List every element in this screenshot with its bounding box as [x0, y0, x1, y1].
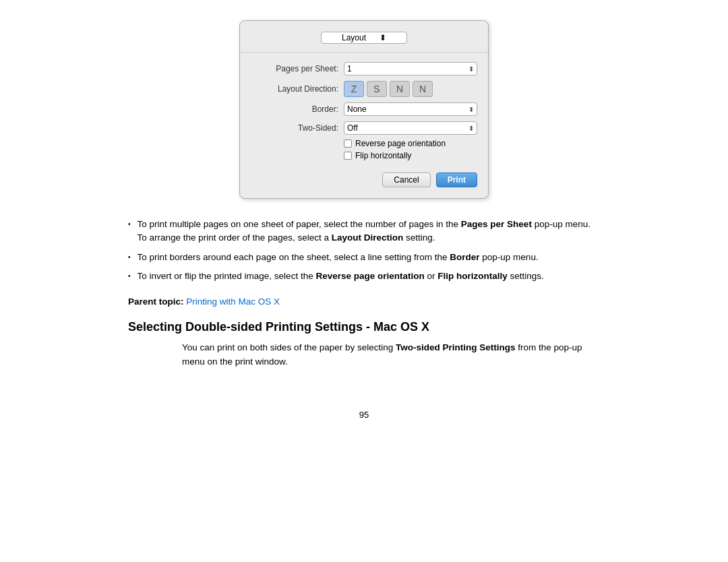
pages-per-sheet-arrow: ⬍: [468, 65, 474, 73]
pages-per-sheet-row: Pages per Sheet: 1 ⬍: [240, 59, 488, 78]
bullet-dot-2: •: [128, 252, 131, 262]
bullet-item-1: • To print multiple pages on one sheet o…: [128, 218, 600, 245]
section-body: You can print on both sides of the paper…: [128, 341, 600, 369]
bullet-text-3: To invert or flip the printed image, sel…: [138, 270, 600, 283]
bullet-dot-3: •: [128, 271, 131, 281]
print-dialog-wrapper: Layout ⬍ Pages per Sheet: 1 ⬍ Layout Dir…: [128, 20, 600, 199]
border-arrow: ⬍: [468, 106, 474, 113]
page-container: Layout ⬍ Pages per Sheet: 1 ⬍ Layout Dir…: [101, 0, 627, 447]
section-title: Selecting Double-sided Printing Settings…: [128, 320, 600, 334]
parent-topic: Parent topic: Printing with Mac OS X: [128, 296, 600, 307]
border-value: None: [347, 104, 468, 114]
cancel-button[interactable]: Cancel: [382, 173, 430, 187]
two-sided-row: Two-Sided: Off ⬍: [240, 119, 488, 137]
flip-horizontally-row: Flip horizontally: [240, 150, 488, 162]
border-row: Border: None ⬍: [240, 100, 488, 119]
dialog-buttons: Cancel Print: [240, 166, 488, 190]
divider: [240, 52, 488, 53]
print-dialog: Layout ⬍ Pages per Sheet: 1 ⬍ Layout Dir…: [239, 20, 489, 199]
dir-btn-s[interactable]: S: [367, 81, 387, 97]
bullet-dot-1: •: [128, 219, 131, 229]
bullet-item-2: • To print borders around each page on t…: [128, 251, 600, 264]
dir-btn-n1[interactable]: N: [390, 81, 410, 97]
two-sided-select[interactable]: Off ⬍: [344, 121, 477, 135]
dir-btn-n2[interactable]: N: [413, 81, 433, 97]
dir-btn-z[interactable]: Z: [344, 81, 364, 97]
parent-topic-label: Parent topic:: [128, 296, 184, 307]
flip-horizontally-text: Flip horizontally: [355, 151, 411, 160]
reverse-orientation-row: Reverse page orientation: [240, 137, 488, 150]
bullet-section: • To print multiple pages on one sheet o…: [128, 218, 600, 288]
two-sided-label: Two-Sided:: [251, 123, 338, 133]
flip-horizontally-checkbox[interactable]: [344, 152, 352, 160]
layout-direction-row: Layout Direction: Z S N N: [240, 78, 488, 100]
reverse-orientation-text: Reverse page orientation: [355, 139, 446, 148]
two-sided-value: Off: [347, 123, 468, 133]
pages-per-sheet-value: 1: [347, 64, 468, 73]
border-select[interactable]: None ⬍: [344, 102, 477, 116]
bullet-text-2: To print borders around each page on the…: [138, 251, 600, 264]
reverse-orientation-checkbox[interactable]: [344, 139, 352, 148]
layout-direction-label: Layout Direction:: [251, 84, 338, 94]
pages-per-sheet-label: Pages per Sheet:: [251, 64, 338, 73]
border-label: Border:: [251, 104, 338, 114]
direction-buttons: Z S N N: [344, 81, 433, 97]
section-heading: Selecting Double-sided Printing Settings…: [128, 320, 600, 334]
bullet-item-3: • To invert or flip the printed image, s…: [128, 270, 600, 283]
parent-topic-link[interactable]: Printing with Mac OS X: [186, 296, 280, 307]
page-number: 95: [128, 410, 600, 420]
bullet-text-1: To print multiple pages on one sheet of …: [138, 218, 600, 245]
flip-horizontally-label[interactable]: Flip horizontally: [344, 151, 411, 160]
pages-per-sheet-select[interactable]: 1 ⬍: [344, 62, 477, 75]
reverse-orientation-label[interactable]: Reverse page orientation: [344, 139, 446, 148]
section-body-text: You can print on both sides of the paper…: [182, 342, 582, 367]
layout-label: Layout: [342, 33, 366, 42]
layout-arrow: ⬍: [380, 33, 386, 42]
layout-dropdown[interactable]: Layout ⬍: [321, 32, 407, 44]
print-button[interactable]: Print: [436, 173, 477, 187]
layout-dropdown-row: Layout ⬍: [240, 29, 488, 46]
two-sided-arrow: ⬍: [468, 125, 474, 132]
